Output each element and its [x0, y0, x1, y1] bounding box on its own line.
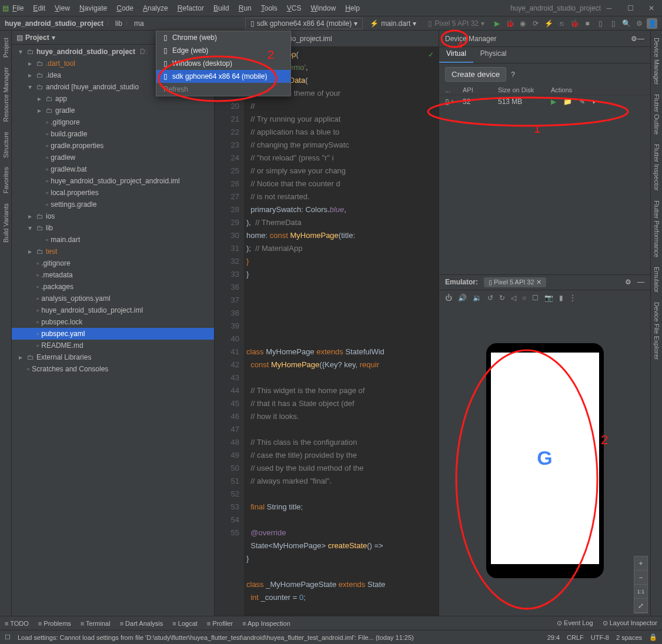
editor-code[interactable]: rn MaterialApp(tle: 'Flutter Demo',eme: …: [244, 47, 439, 616]
bottom-tab-event-log[interactable]: ⊙ Event Log: [557, 619, 593, 627]
menu-view[interactable]: View: [51, 3, 73, 14]
breadcrumb-item[interactable]: ma: [134, 19, 144, 28]
bottom-tab-app-inspection[interactable]: ≡ App Inspection: [242, 620, 290, 627]
left-tab-favorites[interactable]: Favorites: [1, 162, 11, 198]
hide-icon[interactable]: —: [637, 35, 644, 43]
menu-help[interactable]: Help: [342, 3, 363, 14]
device-option[interactable]: ▯Edge (web): [156, 44, 290, 57]
bottom-tab-layout-inspector[interactable]: ⊙ Layout Inspector: [603, 619, 657, 627]
zoom-fit-icon[interactable]: 1:1: [634, 585, 647, 599]
gear-icon[interactable]: ⚙: [625, 278, 631, 286]
flutter-attach-icon[interactable]: 🐞: [569, 18, 580, 29]
tree-item[interactable]: ▫gradlew: [12, 152, 214, 163]
menu-analyze[interactable]: Analyze: [139, 3, 172, 14]
menu-file[interactable]: File: [9, 3, 27, 14]
hot-reload-icon[interactable]: ⚡: [543, 18, 554, 29]
menu-edit[interactable]: Edit: [29, 3, 49, 14]
left-tab-resource-manager[interactable]: Resource Manager: [1, 62, 11, 127]
tree-item[interactable]: ▫gradle.properties: [12, 140, 214, 152]
default-device-selector[interactable]: ▯ Pixel 5 API 32 ▾: [423, 18, 489, 29]
run-config-selector[interactable]: ⚡ main.dart ▾: [365, 18, 421, 29]
device-selector[interactable]: ▯ sdk gphone64 x86 64 (mobile) ▾: [245, 18, 363, 29]
right-tab-flutter-performance[interactable]: Flutter Performance: [652, 196, 661, 262]
right-tab-flutter-outline[interactable]: Flutter Outline: [652, 89, 661, 139]
tab-virtual[interactable]: Virtual: [439, 47, 473, 63]
left-tab-build-variants[interactable]: Build Variants: [1, 199, 11, 247]
tree-item[interactable]: ▫.packages: [12, 281, 214, 293]
status-lock-icon[interactable]: 🔒: [649, 633, 657, 641]
tree-item[interactable]: ▫local.properties: [12, 187, 214, 199]
tree-item[interactable]: ▫.gitignore: [12, 257, 214, 269]
close-icon[interactable]: ✕: [643, 4, 660, 12]
tree-item[interactable]: ▫build.gradle: [12, 128, 214, 140]
tree-item[interactable]: ▫gradlew.bat: [12, 163, 214, 175]
debug-icon[interactable]: 🐞: [504, 18, 515, 29]
menu-window[interactable]: Window: [307, 3, 339, 14]
folder-icon[interactable]: 📁: [563, 98, 572, 106]
tree-item[interactable]: ▫huye_android_studio_project_android.iml: [12, 175, 214, 187]
menu-code[interactable]: Code: [113, 3, 137, 14]
gear-icon[interactable]: ⚙: [634, 18, 644, 29]
menu-run[interactable]: Run: [235, 3, 255, 14]
device-option[interactable]: ▯Windows (desktop): [156, 57, 290, 70]
menu-build[interactable]: Build: [210, 3, 233, 14]
edit-icon[interactable]: ✎: [579, 98, 585, 106]
zoom-in-icon[interactable]: +: [634, 556, 647, 571]
device-option[interactable]: ▯Chrome (web): [156, 31, 290, 44]
left-tab-structure[interactable]: Structure: [1, 127, 11, 163]
left-tab-project[interactable]: Project: [1, 33, 11, 62]
back-icon[interactable]: ◁: [511, 294, 516, 302]
volume-down-icon[interactable]: 🔉: [473, 294, 482, 302]
bottom-tab-problems[interactable]: ≡ Problems: [38, 620, 71, 627]
power-icon[interactable]: ⏻: [445, 294, 452, 302]
device-option[interactable]: Refresh: [156, 83, 290, 96]
tree-item[interactable]: ▫README.md: [12, 340, 214, 351]
tree-item[interactable]: ▫settings.gradle: [12, 199, 214, 210]
bottom-tab-todo[interactable]: ≡ TODO: [5, 620, 29, 627]
coverage-icon[interactable]: ◉: [517, 18, 528, 29]
run-icon[interactable]: ▶: [492, 18, 502, 29]
tree-item[interactable]: ▫pubspec.lock: [12, 316, 214, 328]
bottom-tab-profiler[interactable]: ≡ Profiler: [207, 620, 233, 627]
rotate-right-icon[interactable]: ↻: [499, 294, 505, 302]
help-icon[interactable]: ?: [511, 71, 515, 79]
menu-tools[interactable]: Tools: [258, 3, 281, 14]
chevron-down-icon[interactable]: ▾: [592, 98, 596, 106]
bottom-tab-terminal[interactable]: ≡ Terminal: [81, 620, 111, 627]
run-icon[interactable]: ▶: [551, 98, 556, 106]
stop-icon[interactable]: ■: [582, 18, 593, 29]
menu-navigate[interactable]: Navigate: [76, 3, 111, 14]
maximize-icon[interactable]: ☐: [622, 4, 638, 12]
tree-item[interactable]: ▫.gitignore: [12, 116, 214, 128]
zoom-full-icon[interactable]: ⤢: [634, 599, 647, 613]
bottom-tab-logcat[interactable]: ≡ Logcat: [172, 620, 198, 627]
create-device-button[interactable]: Create device: [445, 67, 506, 82]
hide-icon[interactable]: —: [637, 278, 644, 286]
attach-icon[interactable]: ⎋: [556, 18, 567, 29]
rotate-left-icon[interactable]: ↺: [487, 294, 493, 302]
right-tab-emulator[interactable]: Emulator: [652, 262, 661, 297]
minimize-icon[interactable]: ─: [601, 4, 617, 12]
emulator-device[interactable]: G: [486, 343, 604, 578]
tree-item[interactable]: ▫huye_android_studio_project.iml: [12, 304, 214, 316]
breadcrumb-item[interactable]: lib: [115, 19, 122, 28]
volume-up-icon[interactable]: 🔊: [458, 294, 467, 302]
device-row[interactable]: ▯ • 32 513 MB ▶ 📁 ✎ ▾: [439, 95, 650, 108]
tree-item[interactable]: ▸🗀External Libraries: [12, 351, 214, 363]
overview-icon[interactable]: ☐: [532, 294, 539, 302]
profile-icon[interactable]: ⟳: [530, 18, 541, 29]
pin-icon[interactable]: ▮: [559, 294, 563, 302]
tree-item[interactable]: ▸🗀gradle: [12, 105, 214, 116]
avatar-icon[interactable]: 👤: [647, 18, 657, 29]
tree-item[interactable]: ▫Scratches and Consoles: [12, 363, 214, 375]
right-tab-flutter-inspector[interactable]: Flutter Inspector: [652, 139, 661, 195]
tree-item[interactable]: ▫main.dart: [12, 234, 214, 246]
search-icon[interactable]: 🔍: [621, 18, 631, 29]
emulator-tab[interactable]: ▯ Pixel 5 API 32 ✕: [484, 277, 546, 287]
tree-item[interactable]: ▫.metadata: [12, 269, 214, 281]
menu-refactor[interactable]: Refactor: [174, 3, 208, 14]
tab-physical[interactable]: Physical: [473, 47, 514, 63]
tree-item[interactable]: ▾🗀lib: [12, 222, 214, 234]
tree-item[interactable]: ▫analysis_options.yaml: [12, 293, 214, 304]
screenshot-icon[interactable]: 📷: [544, 294, 553, 302]
